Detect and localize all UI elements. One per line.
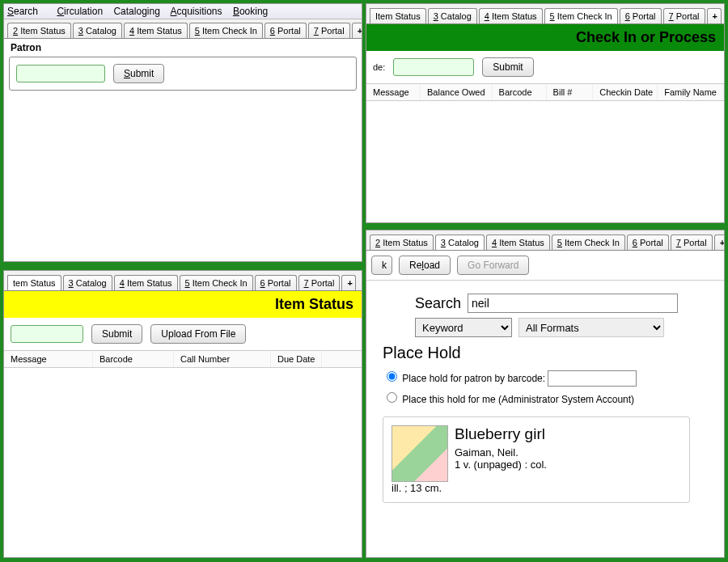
checkin-barcode-input[interactable] [393, 58, 474, 76]
format-select[interactable]: All Formats [518, 318, 664, 337]
tab-bar: Item Status 3 Catalog 4 Item Status 5 It… [366, 4, 724, 24]
tab-item-status-4[interactable]: 4 Item Status [124, 23, 188, 38]
tab-item-status-4[interactable]: 4 Item Status [486, 235, 550, 250]
tab-portal-7[interactable]: 7 Portal [298, 275, 341, 290]
checkin-columns: Message Balance Owed Barcode Bill # Chec… [366, 83, 724, 101]
tab-bar: 2 Item Status 3 Catalog 4 Item Status 5 … [4, 19, 362, 39]
menubar: Search Circulation Cataloging Acquisitio… [4, 4, 362, 19]
tab-catalog-3[interactable]: 3 Catalog [435, 235, 485, 251]
patron-barcode-input[interactable] [16, 65, 105, 82]
tab-portal-7[interactable]: 7 Portal [663, 8, 705, 23]
tab-new[interactable]: + [352, 23, 362, 38]
tab-portal-7[interactable]: 7 Portal [671, 235, 713, 250]
tab-portal-6[interactable]: 6 Portal [255, 275, 297, 290]
result-desc2: ill. ; 13 cm. [392, 482, 681, 494]
tab-catalog-3[interactable]: 3 Catalog [428, 8, 477, 23]
col-due-date[interactable]: Due Date [271, 351, 322, 367]
tab-portal-7[interactable]: 7 Portal [308, 23, 350, 38]
search-label: Search [415, 295, 461, 312]
tab-item-status-trunc[interactable]: Item Status [370, 8, 426, 23]
tab-portal-6[interactable]: 6 Portal [620, 8, 662, 23]
col-balance[interactable]: Balance Owed [421, 84, 493, 100]
col-call-number[interactable]: Call Number [174, 351, 271, 367]
hold-for-patron-label: Place hold for patron by barcode: [402, 373, 545, 384]
tab-bar: 2 Item Status 3 Catalog 4 Item Status 5 … [366, 230, 724, 251]
back-button[interactable]: k [371, 256, 392, 275]
tab-item-checkin-5[interactable]: 5 Item Check In [544, 8, 618, 24]
tab-item-status[interactable]: tem Status [7, 275, 61, 291]
tab-item-status-4[interactable]: 4 Item Status [479, 8, 543, 23]
tab-item-status-2[interactable]: 2 Item Status [7, 23, 71, 38]
tab-item-checkin-5[interactable]: 5 Item Check In [552, 235, 625, 250]
checkin-submit-button[interactable]: Submit [482, 57, 533, 77]
col-checkin-date[interactable]: Checkin Date [593, 84, 658, 100]
tab-item-checkin-5[interactable]: 5 Item Check In [180, 275, 253, 290]
patron-legend: Patron [11, 42, 355, 53]
col-message[interactable]: Message [4, 351, 93, 367]
hold-patron-barcode-input[interactable] [548, 370, 637, 387]
tab-catalog-3[interactable]: 3 Catalog [73, 23, 122, 38]
hold-for-me-radio[interactable] [387, 392, 397, 403]
upload-from-file-button[interactable]: Upload From File [150, 324, 246, 344]
col-billnum[interactable]: Bill # [547, 84, 594, 100]
col-barcode[interactable]: Barcode [93, 351, 174, 367]
tab-new[interactable]: + [714, 235, 724, 250]
item-status-title: Item Status [4, 291, 362, 318]
col-barcode[interactable]: Barcode [493, 84, 547, 100]
checkin-barcode-label: de: [373, 62, 385, 72]
menu-cataloging[interactable]: Cataloging [113, 6, 159, 17]
tab-catalog-3[interactable]: 3 Catalog [63, 275, 112, 290]
hold-for-me-label: Place this hold for me (Administrator Sy… [402, 394, 634, 405]
forward-button[interactable]: Go Forward [457, 256, 529, 275]
tab-new[interactable]: + [341, 275, 356, 290]
tab-portal-6[interactable]: 6 Portal [265, 23, 307, 38]
place-hold-heading: Place Hold [383, 344, 708, 362]
hold-for-patron-radio[interactable] [387, 371, 397, 382]
item-status-submit-button[interactable]: Submit [91, 324, 142, 344]
search-input[interactable] [468, 294, 678, 313]
item-status-barcode-input[interactable] [11, 325, 83, 343]
cover-thumbnail [392, 425, 448, 482]
tab-item-checkin-5[interactable]: 5 Item Check In [189, 23, 263, 38]
checkin-title: Check In or Process [366, 24, 724, 51]
tab-new[interactable]: + [707, 8, 722, 23]
tab-portal-6[interactable]: 6 Portal [627, 235, 669, 250]
tab-item-status-4[interactable]: 4 Item Status [114, 275, 178, 290]
col-message[interactable]: Message [366, 84, 421, 100]
tab-item-status-2[interactable]: 2 Item Status [370, 235, 434, 250]
search-field-select[interactable]: Keyword [415, 318, 512, 337]
menu-acquisitions[interactable]: Acquisitions [171, 6, 222, 17]
search-result[interactable]: Blueberry girl Gaiman, Neil. 1 v. (unpag… [383, 416, 690, 503]
menu-search[interactable]: Search [7, 6, 46, 17]
reload-button[interactable]: Reload [399, 256, 451, 275]
patron-submit-button[interactable]: Submit [113, 64, 164, 83]
tab-bar: tem Status 3 Catalog 4 Item Status 5 Ite… [4, 271, 362, 291]
menu-booking[interactable]: Booking [233, 6, 268, 17]
menu-circulation[interactable]: Circulation [57, 6, 103, 17]
item-status-columns: Message Barcode Call Number Due Date [4, 350, 362, 368]
col-family-name[interactable]: Family Name [658, 84, 724, 100]
